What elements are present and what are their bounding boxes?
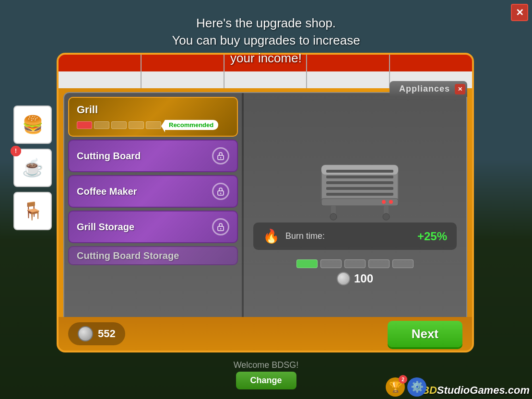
svg-point-18	[330, 213, 337, 220]
progress-bars	[77, 121, 161, 129]
detail-panel: 🔥 Burn time: +25% 100	[244, 93, 466, 348]
coffee-maker-lock-icon	[212, 183, 229, 200]
title-bar: Appliances ✕	[390, 81, 467, 97]
item-grill[interactable]: Grill Recommended	[68, 97, 238, 137]
trophy-icon[interactable]: 🏆 2	[386, 377, 405, 397]
svg-rect-8	[326, 170, 393, 173]
burn-time-box: 🔥 Burn time: +25%	[253, 223, 457, 250]
cost-value: 100	[354, 272, 373, 285]
coffee-maker-name: Coffee Maker	[77, 186, 137, 197]
fire-icon: 🔥	[263, 228, 280, 244]
shop-inner: Grill Recommended Cutting Board	[63, 92, 467, 349]
instruction-text: Here's the upgrade shop. You can buy upg…	[172, 14, 360, 67]
cutting-board-lock-icon	[212, 147, 229, 164]
recommended-badge: Recommended	[165, 120, 218, 130]
burn-time-label: Burn time:	[285, 231, 412, 241]
item-list: Grill Recommended Cutting Board	[64, 93, 242, 348]
next-button[interactable]: Next	[388, 321, 462, 347]
cutting-board-name: Cutting Board	[77, 151, 141, 162]
sidebar-icon-burger[interactable]: 🍔	[13, 106, 52, 144]
svg-point-14	[382, 200, 386, 204]
item-cutting-board-storage[interactable]: Cutting Board Storage	[68, 246, 238, 265]
player-coin-icon	[78, 326, 93, 341]
gear-icon[interactable]: ⚙️	[407, 377, 426, 397]
welcome-text: Welcome BDSG!	[234, 360, 299, 370]
cost-display: 100	[337, 272, 373, 285]
top-close-button[interactable]: ✕	[511, 4, 528, 21]
svg-point-19	[383, 213, 390, 220]
shop-title: Appliances	[399, 84, 450, 94]
sidebar-icon-coffee[interactable]: ☕ !	[13, 149, 52, 187]
trophy-badge: 2	[399, 375, 407, 384]
svg-point-5	[220, 228, 222, 230]
cutting-board-storage-name: Cutting Board Storage	[77, 250, 179, 261]
burn-time-value: +25%	[417, 230, 447, 243]
svg-point-3	[220, 193, 222, 194]
grill-progress: Recommended	[77, 120, 229, 130]
item-cutting-board[interactable]: Cutting Board	[68, 140, 238, 172]
watermark: BDStudioGames.com	[422, 384, 530, 397]
grill-image	[312, 155, 398, 213]
svg-rect-11	[326, 187, 393, 190]
svg-rect-13	[321, 199, 398, 206]
svg-rect-10	[326, 181, 393, 184]
grill-storage-lock-icon	[212, 218, 229, 235]
shop-close-button[interactable]: ✕	[455, 84, 465, 94]
shop-panel: Appliances ✕ Grill Recommended	[57, 53, 474, 352]
change-button[interactable]: Change	[236, 372, 296, 389]
svg-rect-9	[326, 176, 393, 178]
bottom-bar: 552 Next	[59, 317, 472, 351]
item-grill-storage[interactable]: Grill Storage	[68, 211, 238, 243]
upgrade-bars	[296, 259, 414, 268]
svg-rect-12	[326, 193, 393, 196]
cost-section: 100	[253, 259, 457, 285]
player-coin-value: 552	[98, 328, 116, 340]
svg-point-15	[389, 200, 393, 204]
trophy-area: 🏆 2 ⚙️	[386, 377, 426, 397]
item-coffee-maker[interactable]: Coffee Maker	[68, 175, 238, 208]
grill-name: Grill	[77, 104, 229, 116]
cost-coin-icon	[337, 272, 350, 285]
sidebar-badge: !	[11, 146, 21, 156]
sidebar-icon-chair[interactable]: 🪑	[13, 192, 52, 230]
watermark-rest: StudioGames.com	[437, 384, 530, 396]
grill-storage-name: Grill Storage	[77, 222, 134, 233]
player-coins-display: 552	[68, 322, 125, 345]
svg-point-1	[220, 157, 222, 159]
sidebar-icons: 🍔 ☕ ! 🪑	[13, 106, 52, 230]
